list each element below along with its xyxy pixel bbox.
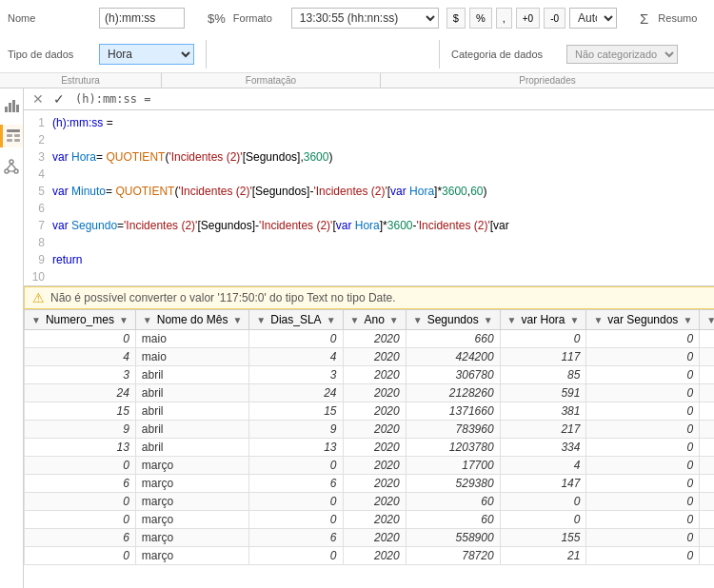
svg-rect-1: [9, 103, 11, 112]
divider3: [206, 40, 207, 69]
filter-btn-ano[interactable]: ▼: [348, 315, 362, 325]
code-editor[interactable]: 1 (h):mm:ss = 2 3 var Hora= QUOTIENT('In…: [24, 110, 714, 286]
filter-down-nome-mes[interactable]: ▼: [230, 315, 244, 325]
main-area: ✕ ✓ (h):mm:ss = 1 (h):mm:ss = 2 3 var Ho…: [0, 88, 714, 588]
data-table-container[interactable]: ▼ Numero_mes ▼ ▼ Nome do Mês ▼: [24, 309, 714, 588]
table-icon[interactable]: [0, 125, 23, 147]
svg-rect-3: [16, 105, 19, 112]
code-line-8: 8: [24, 234, 714, 251]
table-row: 0março020206000#ERROR: [25, 511, 715, 529]
sidebar: [0, 88, 24, 588]
filter-down-var-hora[interactable]: ▼: [568, 315, 582, 325]
svg-rect-2: [12, 100, 15, 112]
svg-rect-5: [7, 134, 12, 137]
data-table: ▼ Numero_mes ▼ ▼ Nome do Mês ▼: [24, 309, 714, 565]
table-row: 3abril32020306780850#ERROR: [25, 366, 715, 384]
error-message: Não é possível converter o valor '117:50…: [50, 291, 396, 304]
divider4: [439, 40, 440, 69]
toolbar: Nome $% Formato 13:30:55 (hh:nn:ss) $ % …: [0, 0, 714, 88]
filter-btn-var-segundos[interactable]: ▼: [591, 315, 605, 325]
table-row: 24abril24202021282605910#ERROR: [25, 384, 715, 402]
tipo-dados-select[interactable]: Hora: [99, 44, 194, 65]
auto-select[interactable]: Auto: [569, 8, 617, 29]
svg-point-9: [10, 160, 13, 164]
dec-inc-btn[interactable]: +0: [516, 8, 540, 29]
nome-input[interactable]: [99, 8, 185, 29]
code-line-2: 2: [24, 131, 714, 148]
toolbar-row1: Nome $% Formato 13:30:55 (hh:nn:ss) $ % …: [0, 0, 714, 36]
filter-btn-dias-sla[interactable]: ▼: [254, 315, 268, 325]
col-header-var-segundos: ▼ var Segundos ▼: [586, 310, 700, 330]
tipo-dados-group: Tipo de dados Hora: [8, 44, 194, 65]
table-row: 6março620205293801470#ERROR: [25, 475, 715, 493]
code-line-1: 1 (h):mm:ss =: [24, 114, 714, 131]
svg-line-13: [11, 164, 16, 169]
filter-btn-hmmss[interactable]: ▼: [704, 315, 714, 325]
table-row: 13abril13202012037803340#ERROR: [25, 439, 715, 457]
svg-rect-8: [14, 139, 20, 142]
col-header-dias-sla: ▼ Dias_SLA ▼: [249, 310, 343, 330]
format-buttons: $ % , +0 -0 Auto: [446, 8, 617, 29]
cat-dados-select[interactable]: Não categorizado: [566, 45, 678, 64]
toolbar-row2: Tipo de dados Hora Categoria de dados Nã…: [0, 36, 714, 72]
cat-dados-group: Categoria de dados Não categorizado: [451, 45, 678, 64]
formato-select[interactable]: 13:30:55 (hh:nn:ss): [291, 8, 439, 29]
filter-down-ano[interactable]: ▼: [387, 315, 401, 325]
col-header-hmmss: ▼ (h):mm:ss ▼: [700, 310, 714, 330]
table-row: 0maio0202066000#ERROR: [25, 330, 715, 348]
col-header-segundos: ▼ Segundos ▼: [406, 310, 500, 330]
editor-area: ✕ ✓ (h):mm:ss = 1 (h):mm:ss = 2 3 var Ho…: [24, 88, 714, 588]
code-line-9: 9 return: [24, 251, 714, 268]
format-icon: $%: [208, 11, 226, 26]
chart-bar-icon[interactable]: [0, 94, 23, 117]
code-line-6: 6: [24, 200, 714, 217]
code-line-4: 4: [24, 166, 714, 183]
model-icon[interactable]: [0, 155, 23, 178]
filter-down-numero-mes[interactable]: ▼: [117, 315, 130, 325]
filter-btn-numero-mes[interactable]: ▼: [30, 315, 43, 325]
filter-down-dias-sla[interactable]: ▼: [325, 315, 338, 325]
code-line-5: 5 var Minuto= QUOTIENT('Incidentes (2)'[…: [24, 183, 714, 200]
filter-btn-var-hora[interactable]: ▼: [506, 315, 519, 325]
tipo-dados-label: Tipo de dados: [8, 49, 93, 60]
warning-icon: ⚠: [32, 290, 45, 305]
col-header-nome-mes: ▼ Nome do Mês ▼: [135, 310, 249, 330]
table-header-row: ▼ Numero_mes ▼ ▼ Nome do Mês ▼: [25, 310, 715, 330]
currency-btn[interactable]: $: [446, 8, 466, 29]
table-row: 9abril920207839602170#ERROR: [25, 421, 715, 439]
estrutura-section-label: Estrutura: [0, 73, 162, 88]
error-banner: ⚠ Não é possível converter o valor '117:…: [24, 286, 714, 309]
section-labels: Estrutura Formatação Propriedades: [0, 72, 714, 88]
filter-btn-segundos[interactable]: ▼: [411, 315, 425, 325]
formato-label: Formato: [233, 12, 286, 24]
nome-label: Nome: [8, 12, 93, 24]
filter-down-var-segundos[interactable]: ▼: [681, 315, 694, 325]
cancel-btn[interactable]: ✕: [30, 91, 47, 107]
percent-btn[interactable]: %: [469, 8, 492, 29]
sigma-icon: Σ: [640, 10, 648, 27]
svg-rect-4: [7, 129, 20, 132]
editor-controls: ✕ ✓: [30, 91, 68, 107]
formato-group: $% Formato 13:30:55 (hh:nn:ss): [208, 8, 439, 29]
dec-dec-btn[interactable]: -0: [544, 8, 565, 29]
filter-btn-nome-mes[interactable]: ▼: [141, 315, 154, 325]
filter-down-segundos[interactable]: ▼: [482, 315, 495, 325]
propriedades-section-label: Propriedades: [381, 73, 714, 88]
comma-btn[interactable]: ,: [496, 8, 512, 29]
nome-group: Nome: [8, 8, 185, 29]
confirm-btn[interactable]: ✓: [50, 91, 68, 107]
svg-rect-7: [7, 139, 12, 142]
svg-point-10: [5, 169, 9, 173]
table-row: 0março020206000#ERROR: [25, 493, 715, 511]
col-header-numero-mes: ▼ Numero_mes ▼: [25, 310, 136, 330]
svg-rect-6: [14, 134, 20, 137]
formula-bar: ✕ ✓ (h):mm:ss =: [24, 88, 714, 110]
svg-rect-0: [5, 107, 8, 112]
code-line-7: 7 var Segundo='Incidentes (2)'[Segundos]…: [24, 217, 714, 234]
code-line-11: 11 CONCATENATE(CONCATENATE(CONCATENATE(C…: [24, 285, 714, 286]
formula-label: (h):mm:ss =: [75, 92, 150, 106]
resumo-group: Σ Resumo Não resumir: [640, 8, 714, 29]
table-row: 0março0202078720210#ERROR: [25, 547, 715, 565]
formatacao-section-label: Formatação: [162, 73, 381, 88]
resumo-label: Resumo: [658, 12, 714, 24]
